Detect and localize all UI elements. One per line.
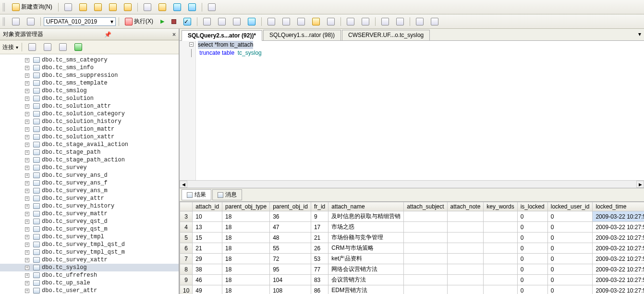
tb2-btn-2[interactable]: [24, 16, 37, 27]
new-query-button[interactable]: 新建查询(N): [9, 1, 55, 12]
cell[interactable]: 18: [222, 285, 270, 294]
stop-button[interactable]: [169, 18, 179, 25]
pin-icon[interactable]: 📌: [104, 31, 111, 38]
tree-item[interactable]: +dbo.tc_smslog: [0, 87, 179, 95]
row-number[interactable]: 5: [180, 233, 193, 243]
cell[interactable]: 0: [517, 254, 547, 264]
parse-button[interactable]: ✓: [181, 16, 194, 27]
col-header[interactable]: attach_note: [447, 202, 484, 211]
cell[interactable]: [404, 211, 447, 222]
tb2-btn-3[interactable]: [200, 16, 214, 27]
col-header[interactable]: is_locked: [517, 202, 547, 211]
cell[interactable]: [447, 264, 484, 275]
cell[interactable]: 18: [222, 222, 270, 233]
cell[interactable]: 53: [311, 254, 328, 264]
cell[interactable]: 77: [311, 264, 328, 275]
expand-icon[interactable]: +: [25, 266, 29, 270]
cell[interactable]: [404, 222, 447, 233]
cell[interactable]: 2009-03-22 10:27:55.753: [593, 264, 644, 275]
cell[interactable]: [447, 222, 484, 233]
cell[interactable]: 108: [270, 285, 311, 294]
cell[interactable]: 2009-03-22 10:27:55.753: [593, 211, 644, 222]
chevron-down-icon[interactable]: ▾: [16, 45, 18, 50]
tb-btn-6[interactable]: [141, 2, 154, 12]
row-number[interactable]: 7: [180, 254, 193, 264]
table-row[interactable]: 31018369及时信息的获取与精细营销002009-03-22 10:27:5…: [180, 211, 644, 222]
cell[interactable]: [484, 233, 517, 243]
tab-query1[interactable]: SQLQuery1.s...rator (98)): [263, 30, 341, 40]
row-number[interactable]: 9: [180, 275, 193, 285]
tree-item[interactable]: +dbo.tc_survey_ans_d: [0, 172, 179, 179]
refresh-button[interactable]: [72, 42, 85, 52]
scroll-left-icon[interactable]: ◀: [180, 181, 187, 188]
cell[interactable]: 市场份额与竞争管理: [328, 233, 404, 243]
fold-icon[interactable]: −: [189, 42, 194, 47]
cell[interactable]: 会议营销方法: [328, 275, 404, 285]
tb-btn-1[interactable]: [61, 2, 75, 12]
outdent-button[interactable]: [359, 16, 372, 27]
cell[interactable]: 83: [311, 275, 328, 285]
tree-item[interactable]: +dbo.tc_survey_tmpl_qst_m: [0, 248, 179, 256]
expand-icon[interactable]: +: [25, 258, 29, 262]
table-row[interactable]: 515184821市场份额与竞争管理002009-03-22 10:27:55.…: [180, 233, 644, 243]
expand-icon[interactable]: +: [25, 127, 29, 132]
connect-btn-1[interactable]: [25, 42, 39, 52]
uncomment-button[interactable]: [393, 16, 407, 27]
expand-icon[interactable]: +: [25, 173, 29, 178]
cell[interactable]: CRM与市场策略: [328, 243, 404, 254]
tree-item[interactable]: +dbo.tc_solution_category: [0, 110, 179, 118]
table-row[interactable]: 621185526CRM与市场策略002009-03-22 10:27:55.7…: [180, 243, 644, 254]
results-tab[interactable]: 结果: [182, 189, 211, 200]
tb2-btn-5[interactable]: [230, 16, 243, 27]
cell[interactable]: [484, 243, 517, 254]
table-row[interactable]: 413184717市场之惑002009-03-22 10:27:55.753: [180, 222, 644, 233]
tree-item[interactable]: +dbo.tc_survey_qst_m: [0, 225, 179, 233]
cell[interactable]: 104: [270, 275, 311, 285]
expand-icon[interactable]: +: [25, 281, 29, 285]
cell[interactable]: 2009-03-22 10:27:55.753: [593, 275, 644, 285]
tree-item[interactable]: +dbo.tc_survey_xattr: [0, 256, 179, 264]
cell[interactable]: [484, 285, 517, 294]
table-row[interactable]: 729187253ket产品资料002009-03-22 10:27:55.75…: [180, 254, 644, 264]
cell[interactable]: [404, 233, 447, 243]
cell[interactable]: [447, 275, 484, 285]
cell[interactable]: 18: [222, 264, 270, 275]
expand-icon[interactable]: +: [25, 204, 29, 208]
tree-item[interactable]: +dbo.tc_survey_ans_m: [0, 187, 179, 195]
cell[interactable]: 55: [270, 243, 311, 254]
row-number[interactable]: 10: [180, 285, 193, 294]
cell[interactable]: [447, 254, 484, 264]
messages-tab[interactable]: 消息: [212, 189, 242, 200]
cell[interactable]: 46: [193, 275, 222, 285]
cell[interactable]: [404, 285, 447, 294]
col-header[interactable]: attach_name: [328, 202, 404, 211]
expand-icon[interactable]: +: [25, 135, 29, 139]
cell[interactable]: 9: [311, 211, 328, 222]
cell[interactable]: [447, 243, 484, 254]
expand-icon[interactable]: +: [25, 212, 29, 216]
scroll-right-icon[interactable]: ▶: [636, 181, 644, 188]
cell[interactable]: 18: [222, 233, 270, 243]
cell[interactable]: 0: [547, 222, 593, 233]
cell[interactable]: 95: [270, 264, 311, 275]
expand-icon[interactable]: +: [25, 158, 29, 162]
tree-item[interactable]: +dbo.tc_sms_category: [0, 56, 179, 64]
tb2-btn-7[interactable]: [265, 16, 278, 27]
cell[interactable]: 10: [193, 211, 222, 222]
expand-icon[interactable]: +: [25, 66, 29, 70]
cell[interactable]: 0: [517, 211, 547, 222]
cell[interactable]: 0: [517, 233, 547, 243]
table-row[interactable]: 838189577网络会议营销方法002009-03-22 10:27:55.7…: [180, 264, 644, 275]
cell[interactable]: 2009-03-22 10:27:55.753: [593, 243, 644, 254]
tree-item[interactable]: +dbo.tc_survey_tmpl_qst_d: [0, 241, 179, 248]
tree-item[interactable]: +dbo.tc_solution_xattr: [0, 133, 179, 141]
cell[interactable]: 0: [517, 243, 547, 254]
cell[interactable]: [484, 264, 517, 275]
cell[interactable]: 0: [547, 264, 593, 275]
tree-item[interactable]: +dbo.tc_solution: [0, 95, 179, 102]
cell[interactable]: 市场之惑: [328, 222, 404, 233]
cell[interactable]: 2009-03-22 10:27:55.753: [593, 233, 644, 243]
tree-item[interactable]: +dbo.tc_ufrefresh: [0, 271, 179, 279]
expand-icon[interactable]: +: [25, 181, 29, 185]
cell[interactable]: 47: [270, 222, 311, 233]
